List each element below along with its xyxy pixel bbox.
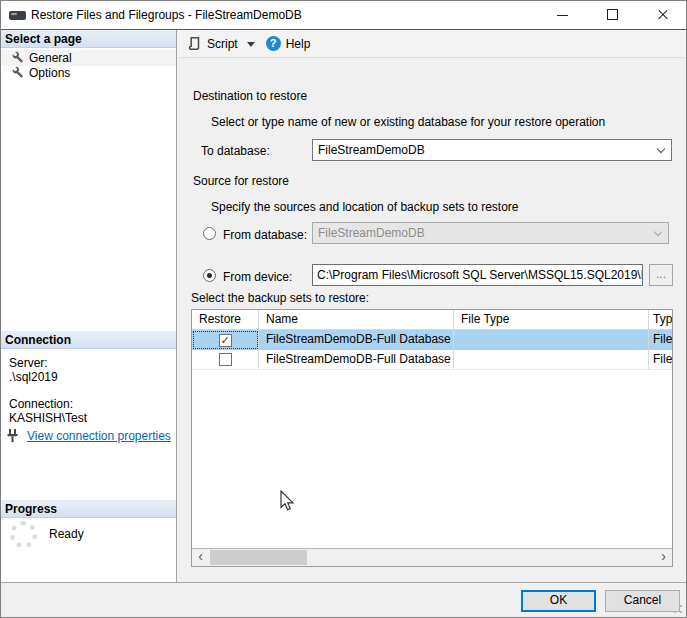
backup-name-cell: FileStreamDemoDB-Full Database B... xyxy=(259,330,454,350)
scroll-left-icon[interactable]: ‹ xyxy=(192,549,209,566)
close-button[interactable] xyxy=(646,1,680,29)
column-header-type[interactable]: Type xyxy=(649,310,672,329)
grid-header-row: Restore Name File Type Type xyxy=(192,310,672,330)
toolbar: Script ? Help xyxy=(178,30,686,58)
table-row[interactable]: FileStreamDemoDB-Full Database B... File… xyxy=(192,350,672,370)
horizontal-scrollbar[interactable]: ‹ › xyxy=(192,548,672,566)
minimize-icon xyxy=(557,15,568,16)
footer-divider xyxy=(1,582,686,583)
mouse-cursor xyxy=(280,490,296,514)
sidebar-item-options[interactable]: Options xyxy=(1,65,176,81)
column-header-restore[interactable]: Restore xyxy=(192,310,259,329)
from-device-radio[interactable] xyxy=(203,269,216,282)
type-cell: Fileg xyxy=(649,330,672,350)
from-device-label: From device: xyxy=(223,270,292,284)
restore-database-icon xyxy=(9,10,27,22)
connection-properties-icon xyxy=(6,429,22,443)
help-button[interactable]: Help xyxy=(286,37,311,51)
to-database-combobox[interactable]: FileStreamDemoDB xyxy=(312,139,672,161)
type-cell: Fileg xyxy=(649,350,672,369)
restore-checkbox[interactable] xyxy=(219,353,232,366)
destination-section-title: Destination to restore xyxy=(193,89,307,103)
backup-sets-label: Select the backup sets to restore: xyxy=(191,291,369,305)
from-database-combobox: FileStreamDemoDB xyxy=(312,222,669,244)
script-icon xyxy=(188,36,202,51)
help-icon: ? xyxy=(266,36,281,51)
resize-grip[interactable] xyxy=(673,604,683,614)
source-hint: Specify the sources and location of back… xyxy=(211,200,519,214)
source-section-title: Source for restore xyxy=(193,174,289,188)
maximize-button[interactable] xyxy=(596,1,630,29)
sidebar-item-label: Options xyxy=(29,66,70,80)
progress-spinner-icon xyxy=(10,521,37,548)
from-device-input[interactable]: C:\Program Files\Microsoft SQL Server\MS… xyxy=(312,264,643,286)
file-type-cell xyxy=(454,330,649,350)
progress-status: Ready xyxy=(49,527,84,541)
from-database-label: From database: xyxy=(223,228,307,242)
backup-name-cell: FileStreamDemoDB-Full Database B... xyxy=(259,350,454,369)
restore-dialog: Restore Files and Filegroups - FileStrea… xyxy=(0,0,687,618)
select-page-header: Select a page xyxy=(1,30,176,48)
sidebar-item-general[interactable]: General xyxy=(1,50,176,66)
column-header-file-type[interactable]: File Type xyxy=(454,310,649,329)
backup-sets-grid: Restore Name File Type Type ✓ FileStream… xyxy=(191,309,673,567)
chevron-down-icon xyxy=(654,228,662,236)
column-header-name[interactable]: Name xyxy=(259,310,454,329)
check-icon: ✓ xyxy=(220,334,229,346)
server-label: Server: xyxy=(9,356,48,370)
chevron-down-icon xyxy=(657,145,665,153)
connection-label: Connection: xyxy=(9,397,73,411)
window-title: Restore Files and Filegroups - FileStrea… xyxy=(31,8,302,22)
server-value: .\sql2019 xyxy=(9,370,58,384)
connection-value: KASHISH\Test xyxy=(9,411,87,425)
cancel-button[interactable]: Cancel xyxy=(605,590,680,612)
restore-checkbox[interactable]: ✓ xyxy=(219,334,232,347)
to-database-label: To database: xyxy=(201,144,270,158)
scroll-right-icon[interactable]: › xyxy=(655,549,672,566)
script-dropdown-icon[interactable] xyxy=(247,42,255,47)
wrench-icon xyxy=(11,51,24,64)
from-database-radio[interactable] xyxy=(203,227,216,240)
browse-button[interactable]: ... xyxy=(649,264,673,286)
wrench-icon xyxy=(11,66,24,79)
connection-header: Connection xyxy=(1,331,176,349)
title-bar: Restore Files and Filegroups - FileStrea… xyxy=(1,1,686,30)
scrollbar-thumb[interactable] xyxy=(210,550,307,565)
from-device-path: C:\Program Files\Microsoft SQL Server\MS… xyxy=(317,268,643,282)
minimize-button[interactable] xyxy=(546,1,580,29)
to-database-value: FileStreamDemoDB xyxy=(318,143,425,157)
sidebar-item-label: General xyxy=(29,51,72,65)
script-button[interactable]: Script xyxy=(207,37,238,51)
table-row[interactable]: ✓ FileStreamDemoDB-Full Database B... Fi… xyxy=(192,330,672,350)
maximize-icon xyxy=(607,9,618,20)
progress-header: Progress xyxy=(1,500,176,518)
destination-hint: Select or type name of new or existing d… xyxy=(211,115,605,129)
ok-button[interactable]: OK xyxy=(521,590,596,612)
file-type-cell xyxy=(454,350,649,369)
left-panel: Select a page General Options Connection… xyxy=(1,30,177,582)
view-connection-properties-link[interactable]: View connection properties xyxy=(27,429,171,443)
from-database-value: FileStreamDemoDB xyxy=(318,226,425,240)
